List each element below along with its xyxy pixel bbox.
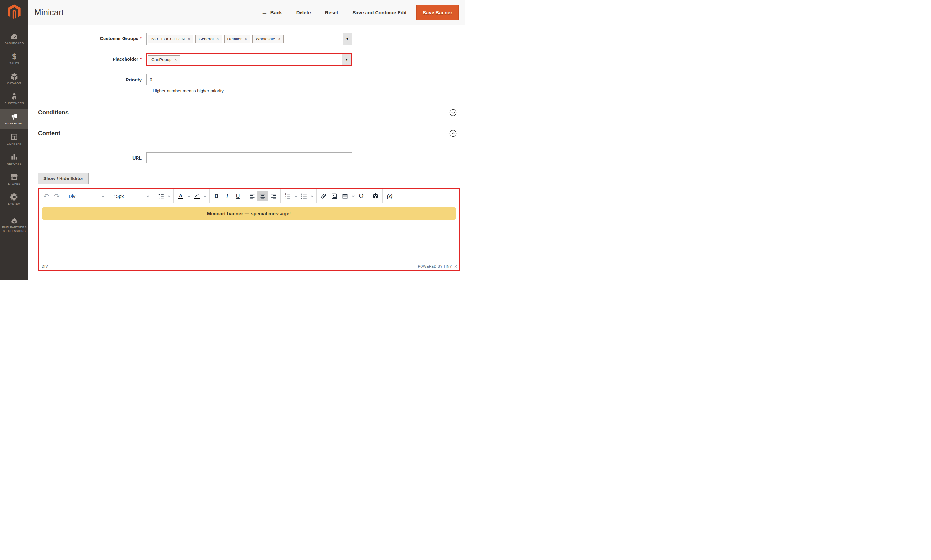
sidebar-item-label2: & EXTENSIONS <box>3 229 26 232</box>
chevron-down-icon <box>203 194 207 198</box>
placeholder-label: Placeholder* <box>35 53 142 62</box>
save-and-continue-button[interactable]: Save and Continue Edit <box>353 10 407 15</box>
sidebar-item-marketing[interactable]: MARKETING <box>0 109 28 129</box>
block-format-select[interactable]: Div <box>66 191 107 202</box>
section-content[interactable]: Content <box>28 123 466 143</box>
table-chevron[interactable] <box>350 191 356 202</box>
widget-icon <box>372 193 379 200</box>
insert-image-button[interactable] <box>329 191 340 202</box>
sidebar-item-customers[interactable]: CUSTOMERS <box>0 89 28 109</box>
element-path[interactable]: DIV <box>42 265 48 268</box>
insert-table-button[interactable] <box>340 191 350 202</box>
sidebar-item-content[interactable]: CONTENT <box>0 129 28 149</box>
insert-variable-button[interactable]: (x) <box>384 191 395 202</box>
align-right-button[interactable] <box>268 191 279 202</box>
chevron-down-icon <box>187 194 191 198</box>
bullet-list-button[interactable] <box>299 191 309 202</box>
font-size-select[interactable]: 15px <box>111 191 152 202</box>
priority-row: Priority <box>28 74 466 85</box>
dropdown-arrow-button[interactable]: ▼ <box>342 33 352 45</box>
link-icon <box>320 193 327 200</box>
section-title: Conditions <box>38 109 69 116</box>
chevron-up-icon[interactable] <box>449 130 457 137</box>
svg-text:3: 3 <box>285 197 286 199</box>
tiny-branding[interactable]: POWERED BY TINY <box>418 265 452 268</box>
sidebar-item-find-partners[interactable]: FIND PARTNERS & EXTENSIONS <box>0 213 28 236</box>
text-color-button[interactable]: A <box>175 191 186 202</box>
toolbar-separator <box>368 189 368 203</box>
show-hide-editor-button[interactable]: Show / Hide Editor <box>38 173 89 184</box>
line-height-chevron[interactable] <box>166 191 172 202</box>
priority-note: Higher number means higher priority. <box>146 88 466 93</box>
sidebar-item-dashboard[interactable]: DASHBOARD <box>0 28 28 49</box>
remove-tag-icon[interactable]: × <box>278 37 281 41</box>
editor-statusbar: DIV POWERED BY TINY <box>39 263 459 270</box>
reset-button[interactable]: Reset <box>325 10 338 15</box>
main-content: Minicart ← Back Delete Reset Save and Co… <box>28 0 466 280</box>
chevron-down-icon <box>351 194 355 198</box>
bold-button[interactable]: B <box>211 191 222 202</box>
italic-button[interactable]: I <box>222 191 233 202</box>
bullet-list-chevron[interactable] <box>309 191 315 202</box>
customer-groups-multiselect[interactable]: NOT LOGGED IN × General × Retailer × Who… <box>146 33 352 45</box>
chevron-down-icon <box>146 194 150 198</box>
sidebar-item-system[interactable]: SYSTEM <box>0 189 28 209</box>
remove-tag-icon[interactable]: × <box>216 37 219 41</box>
remove-tag-icon[interactable]: × <box>245 37 247 41</box>
priority-input[interactable] <box>146 74 352 85</box>
underline-button[interactable]: U <box>233 191 243 202</box>
highlight-color-chevron[interactable] <box>202 191 208 202</box>
align-center-button[interactable] <box>257 191 268 202</box>
minicart-banner-block[interactable]: Minicart banner — special message! <box>42 207 456 220</box>
chevron-down-icon <box>310 194 314 198</box>
remove-tag-icon[interactable]: × <box>174 58 177 62</box>
chevron-down-icon <box>294 194 298 198</box>
resize-handle-icon[interactable] <box>454 265 458 268</box>
section-conditions[interactable]: Conditions <box>28 103 466 123</box>
toolbar-separator <box>281 189 281 203</box>
dashboard-icon <box>10 32 18 41</box>
url-row: URL <box>28 152 466 163</box>
tag-chip: CartPopup × <box>148 55 180 64</box>
ordered-list-chevron[interactable] <box>293 191 299 202</box>
sidebar-item-sales[interactable]: $ SALES <box>0 49 28 69</box>
insert-link-button[interactable] <box>318 191 329 202</box>
tag-chip: Retailer × <box>224 35 250 43</box>
toolbar-separator <box>209 189 210 203</box>
undo-button[interactable]: ↶ <box>41 191 51 202</box>
sidebar-item-label: CONTENT <box>7 142 22 145</box>
customers-icon <box>10 92 18 101</box>
url-input[interactable] <box>146 152 352 163</box>
back-button[interactable]: ← Back <box>261 10 282 15</box>
sidebar-item-reports[interactable]: REPORTS <box>0 149 28 169</box>
ordered-list-button[interactable]: 1 2 3 <box>282 191 293 202</box>
remove-tag-icon[interactable]: × <box>188 37 190 41</box>
redo-button[interactable]: ↷ <box>51 191 62 202</box>
sidebar-item-stores[interactable]: STORES <box>0 169 28 189</box>
dropdown-arrow-button[interactable]: ▼ <box>342 54 351 65</box>
magento-logo[interactable] <box>0 0 28 24</box>
sidebar-item-label: CUSTOMERS <box>5 102 24 105</box>
reports-icon <box>10 152 18 161</box>
sidebar-item-catalog[interactable]: CATALOG <box>0 69 28 89</box>
save-banner-button[interactable]: Save Banner <box>416 5 459 20</box>
sidebar-item-label: CATALOG <box>7 82 22 85</box>
extensions-icon <box>10 216 18 225</box>
editor-toolbar: ↶ ↷ Div 15px <box>39 189 459 203</box>
required-asterisk: * <box>140 36 142 41</box>
align-left-button[interactable] <box>247 191 257 202</box>
sidebar-item-label: SALES <box>9 62 19 65</box>
insert-widget-button[interactable] <box>370 191 381 202</box>
line-height-button[interactable] <box>156 191 166 202</box>
placeholder-multiselect[interactable]: CartPopup × <box>146 53 352 66</box>
editor-content-area[interactable]: Minicart banner — special message! <box>39 203 459 263</box>
chevron-down-icon[interactable] <box>449 109 457 116</box>
special-char-button[interactable]: Ω <box>356 191 367 202</box>
delete-button[interactable]: Delete <box>296 10 311 15</box>
text-color-chevron[interactable] <box>186 191 191 202</box>
sidebar-item-label: SYSTEM <box>8 202 21 205</box>
catalog-icon <box>10 72 18 81</box>
redo-icon: ↷ <box>54 193 60 200</box>
highlight-color-button[interactable] <box>191 191 202 202</box>
customer-groups-row: Customer Groups* NOT LOGGED IN × General… <box>28 33 466 45</box>
